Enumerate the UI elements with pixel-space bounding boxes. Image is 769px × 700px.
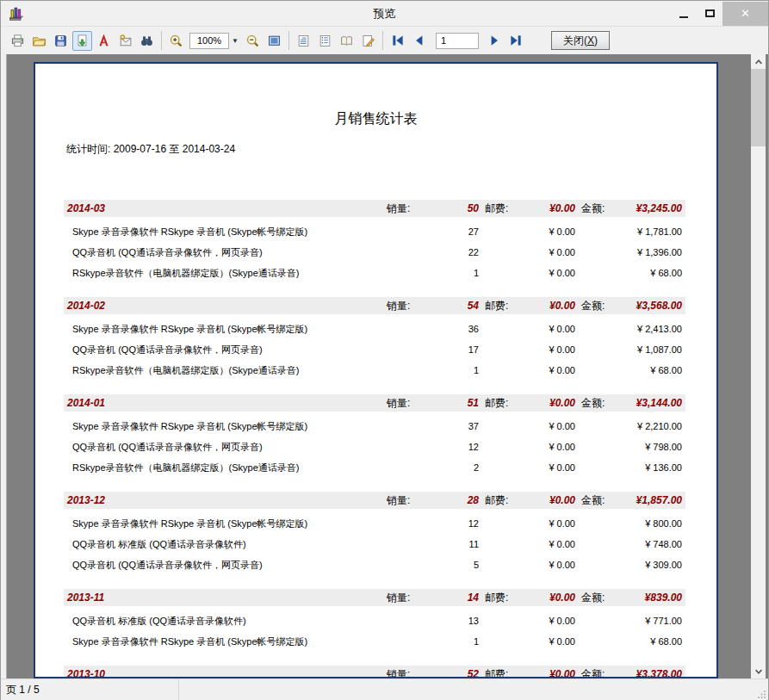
table-row: QQ录音机 (QQ通话录音录像软件，网页录音) 17 ¥ 0.00 ¥ 1,08…: [64, 339, 685, 360]
maximize-button[interactable]: [697, 2, 722, 26]
report-group: 2014-02 销量: 54 邮费: ¥0.00 金额: ¥3,568.00 S…: [64, 297, 685, 381]
scroll-down-button[interactable]: [751, 664, 766, 678]
printer-icon: [10, 34, 25, 48]
report-group: 2013-12 销量: 28 邮费: ¥0.00 金额: ¥1,857.00 S…: [64, 492, 685, 575]
group-month: 2014-02: [67, 297, 105, 314]
row-name: Skype 录音录像软件 RSkype 录音机 (Skype帐号绑定版): [72, 221, 307, 242]
scroll-thumb[interactable]: [751, 69, 766, 146]
whole-page-button[interactable]: [264, 31, 284, 51]
row-fee: ¥ 0.00: [512, 242, 575, 263]
row-name: RSkype录音软件（电脑机器绑定版）(Skype通话录音): [72, 360, 299, 381]
group-rows: QQ录音机 标准版 (QQ通话录音录像软件) 13 ¥ 0.00 ¥ 771.0…: [64, 606, 685, 652]
row-fee: ¥ 0.00: [512, 534, 575, 554]
row-qty: 2: [417, 457, 479, 478]
report-group: 2014-01 销量: 51 邮费: ¥0.00 金额: ¥3,144.00 S…: [64, 394, 685, 478]
qty-label: 销量:: [387, 297, 410, 314]
group-fee: ¥0.00: [512, 666, 575, 678]
group-qty: 51: [417, 394, 479, 412]
group-header-band: 2013-10 销量: 52 邮费: ¥0.00 金额: ¥3,378.00: [64, 666, 685, 678]
row-amount: ¥ 309.00: [596, 554, 682, 575]
row-qty: 13: [417, 610, 479, 631]
close-preview-button[interactable]: 关闭(X): [551, 31, 610, 50]
group-month: 2013-12: [67, 492, 105, 509]
continuous-view-button[interactable]: [315, 31, 335, 51]
window-title: 预览: [1, 6, 768, 22]
row-qty: 17: [417, 339, 479, 360]
binoculars-icon: [140, 34, 154, 48]
previous-page-button[interactable]: [409, 31, 429, 51]
row-fee: ¥ 0.00: [512, 319, 575, 339]
row-name: Skype 录音录像软件 RSkype 录音机 (Skype帐号绑定版): [72, 319, 307, 339]
group-fee: ¥0.00: [512, 589, 575, 606]
fee-label: 邮费:: [485, 297, 508, 314]
zoom-in-button[interactable]: [166, 31, 186, 51]
report-title: 月销售统计表: [35, 110, 716, 128]
zoom-level-combo[interactable]: 100% ▼: [189, 33, 241, 49]
group-fee: ¥0.00: [512, 394, 575, 412]
row-qty: 12: [417, 437, 479, 457]
table-row: RSkype录音软件（电脑机器绑定版）(Skype通话录音) 1 ¥ 0.00 …: [64, 263, 685, 283]
scroll-up-button[interactable]: [751, 54, 766, 69]
book-view-icon: [339, 34, 354, 48]
close-window-button[interactable]: ✕: [722, 2, 768, 26]
bar-chart-icon: [8, 5, 25, 22]
single-page-view-button[interactable]: [294, 31, 313, 51]
toolbar-separator: [288, 31, 289, 50]
report-groups: 2014-03 销量: 50 邮费: ¥0.00 金额: ¥3,245.00 S…: [35, 200, 716, 678]
page-number-input[interactable]: [436, 33, 479, 49]
report-group: 2013-11 销量: 14 邮费: ¥0.00 金额: ¥839.00 QQ录…: [64, 589, 685, 652]
zoom-out-button[interactable]: [243, 31, 263, 51]
find-button[interactable]: [137, 31, 157, 51]
row-name: QQ录音机 标准版 (QQ通话录音录像软件): [72, 610, 246, 631]
close-label-key: X: [587, 34, 594, 46]
preview-area: 月销售统计表 统计时间: 2009-07-16 至 2014-03-24 201…: [1, 54, 768, 678]
table-row: QQ录音机 (QQ通话录音录像软件，网页录音) 22 ¥ 0.00 ¥ 1,39…: [64, 242, 685, 263]
vertical-scrollbar[interactable]: [751, 54, 766, 678]
row-amount: ¥ 2,413.00: [596, 319, 682, 339]
group-qty: 28: [417, 492, 479, 509]
fee-label: 邮费:: [485, 492, 508, 509]
close-label-suffix: ): [594, 34, 598, 46]
print-button[interactable]: [8, 31, 28, 51]
group-amount: ¥3,245.00: [596, 200, 682, 217]
mail-attachment-icon: [118, 34, 133, 48]
close-icon: ✕: [741, 7, 750, 20]
chevron-down-icon[interactable]: ▼: [229, 33, 241, 49]
next-page-button[interactable]: [484, 31, 504, 51]
book-view-button[interactable]: [337, 31, 357, 51]
mail-button[interactable]: [115, 31, 135, 51]
open-folder-icon: [32, 34, 47, 48]
group-month: 2014-01: [67, 394, 105, 412]
row-name: QQ录音机 (QQ通话录音录像软件，网页录音): [72, 339, 263, 360]
zoom-out-icon: [245, 34, 260, 48]
row-fee: ¥ 0.00: [512, 416, 575, 437]
group-month: 2013-10: [67, 666, 105, 678]
group-header-band: 2014-02 销量: 54 邮费: ¥0.00 金额: ¥3,568.00: [64, 297, 685, 314]
table-row: Skype 录音录像软件 RSkype 录音机 (Skype帐号绑定版) 27 …: [64, 221, 685, 242]
row-fee: ¥ 0.00: [512, 554, 575, 575]
minimize-button[interactable]: [671, 2, 697, 26]
open-button[interactable]: [29, 31, 49, 51]
row-fee: ¥ 0.00: [512, 631, 575, 652]
toolbar-separator: [161, 31, 162, 50]
edit-view-button[interactable]: [358, 31, 378, 51]
row-qty: 37: [417, 416, 479, 437]
save-button[interactable]: [51, 31, 71, 51]
first-page-button[interactable]: [388, 31, 407, 51]
minimize-icon: [679, 16, 688, 18]
table-row: QQ录音机 标准版 (QQ通话录音录像软件) 13 ¥ 0.00 ¥ 771.0…: [64, 610, 685, 631]
report-page: 月销售统计表 统计时间: 2009-07-16 至 2014-03-24 201…: [34, 62, 718, 678]
last-page-button[interactable]: [505, 31, 525, 51]
resize-grip[interactable]: [757, 690, 766, 699]
row-fee: ¥ 0.00: [512, 263, 575, 283]
zoom-in-icon: [169, 34, 183, 48]
export-button[interactable]: [72, 31, 92, 51]
row-amount: ¥ 1,396.00: [596, 242, 682, 263]
group-month: 2014-03: [67, 200, 105, 217]
maximize-icon: [705, 9, 715, 17]
whole-page-icon: [267, 34, 282, 48]
chevron-down-icon: [753, 666, 764, 677]
pdf-button[interactable]: [94, 31, 114, 51]
close-label-prefix: 关闭(: [563, 34, 587, 46]
group-rows: Skype 录音录像软件 RSkype 录音机 (Skype帐号绑定版) 27 …: [64, 217, 685, 283]
